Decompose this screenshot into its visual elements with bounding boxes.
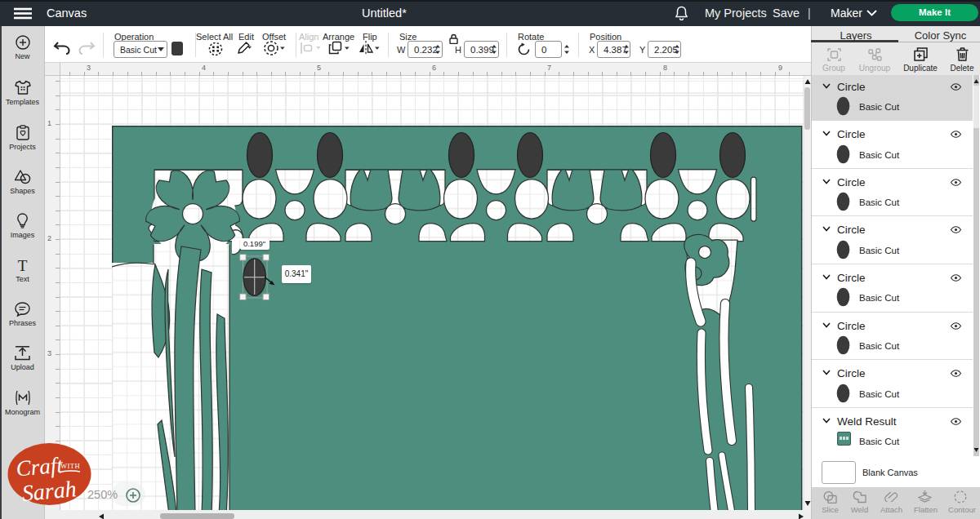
svg-text:Sarah: Sarah xyxy=(20,476,77,506)
svg-text:WITH: WITH xyxy=(60,462,80,470)
svg-text:T: T xyxy=(18,258,28,273)
